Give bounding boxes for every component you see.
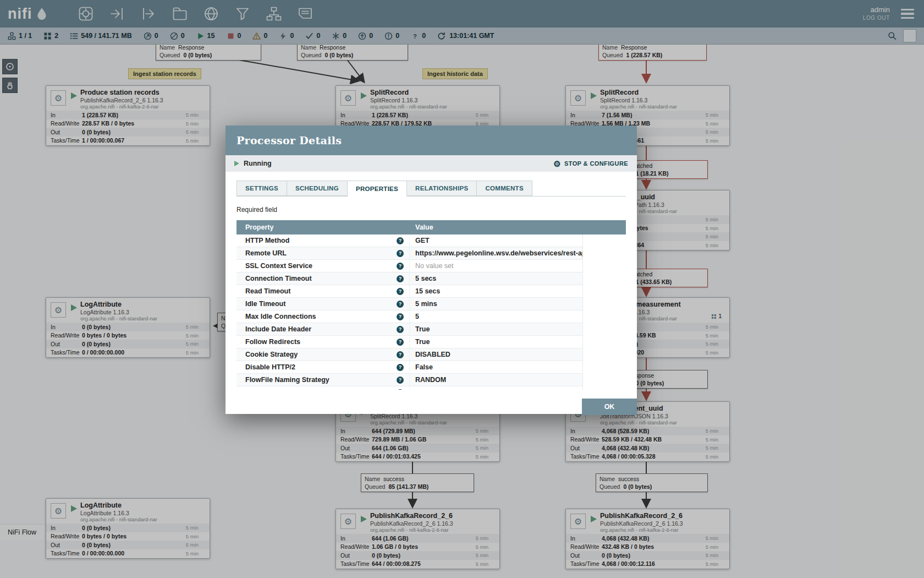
table-gutter — [583, 235, 626, 247]
help-icon[interactable]: ? — [397, 377, 404, 384]
table-gutter — [583, 348, 626, 361]
dialog-body: SETTINGSSCHEDULINGPROPERTIESRELATIONSHIP… — [226, 172, 637, 390]
property-name-cell: Include Date Header ? — [237, 323, 410, 336]
dialog-tabs: SETTINGSSCHEDULINGPROPERTIESRELATIONSHIP… — [237, 181, 626, 197]
property-name-cell: FlowFile Naming Strategy ? — [237, 374, 410, 386]
dialog-status-row: Running ⚙ STOP & CONFIGURE — [226, 155, 637, 172]
help-icon[interactable]: ? — [397, 288, 404, 295]
property-name-cell: SSL Context Service ? — [237, 260, 410, 272]
help-icon[interactable]: ? — [397, 364, 404, 371]
help-icon[interactable]: ? — [397, 313, 404, 320]
table-gutter — [583, 247, 626, 260]
properties-table: Property Value HTTP Method ? GET Remote … — [237, 220, 626, 390]
tab-relationships[interactable]: RELATIONSHIPS — [407, 181, 477, 196]
property-name-cell: Connection Timeout ? — [237, 272, 410, 285]
properties-table-header: Property Value — [237, 220, 626, 235]
value-column-header: Value — [410, 223, 433, 231]
table-gutter — [583, 374, 626, 386]
property-name-cell: Follow Redirects ? — [237, 336, 410, 348]
property-value-cell: 5 secs — [410, 272, 583, 285]
property-name-cell: Disable HTTP/2 ? — [237, 361, 410, 374]
property-row: FlowFile Naming Strategy ? RANDOM — [237, 374, 626, 386]
nifi-app: nifi admin LOG OUT 1 / 1 2 549 / 141.71 … — [0, 0, 924, 578]
property-row: Remote URL ? https://www.pegelonline.wsv… — [237, 247, 626, 260]
dialog-header: Processor Details — [226, 126, 637, 155]
property-value-cell: True — [410, 323, 583, 336]
property-row: Follow Redirects ? True — [237, 336, 626, 348]
property-name-cell: Remote URL ? — [237, 247, 410, 260]
property-value-cell: 5 mins — [410, 298, 583, 310]
property-value-cell: GET — [410, 235, 583, 247]
help-icon[interactable]: ? — [397, 326, 404, 333]
help-icon[interactable]: ? — [397, 250, 404, 257]
ok-button[interactable]: OK — [582, 399, 637, 415]
property-row: SSL Context Service ? No value set — [237, 260, 626, 272]
tab-scheduling[interactable]: SCHEDULING — [287, 181, 348, 196]
tab-properties[interactable]: PROPERTIES — [348, 181, 407, 197]
table-gutter — [583, 361, 626, 374]
table-gutter — [583, 260, 626, 272]
property-value-cell: DISABLED — [410, 348, 583, 361]
help-icon[interactable]: ? — [397, 351, 404, 358]
property-row: Max Idle Connections ? 5 — [237, 310, 626, 323]
help-icon[interactable]: ? — [397, 263, 404, 270]
property-row: Disable HTTP/2 ? False — [237, 361, 626, 374]
property-value-cell: True — [410, 336, 583, 348]
property-value-cell: 15 secs — [410, 285, 583, 298]
property-row: Connection Timeout ? 5 secs — [237, 272, 626, 285]
property-row: HTTP Method ? GET — [237, 235, 626, 247]
tab-settings[interactable]: SETTINGS — [237, 181, 287, 196]
dialog-title: Processor Details — [237, 134, 342, 146]
property-value-cell: No value set — [410, 260, 583, 272]
tab-comments[interactable]: COMMENTS — [477, 181, 532, 196]
required-field-note: Required field — [237, 206, 626, 214]
property-value-cell: False — [410, 361, 583, 374]
help-icon[interactable]: ? — [397, 339, 404, 346]
help-icon[interactable]: ? — [397, 301, 404, 308]
running-status-icon — [234, 161, 239, 166]
property-row: Cookie Strategy ? DISABLED — [237, 348, 626, 361]
property-row: Include Date Header ? True — [237, 323, 626, 336]
run-status-label: Running — [244, 160, 272, 167]
properties-table-body: HTTP Method ? GET Remote URL ? https://w… — [237, 235, 626, 390]
property-row: Idle Timeout ? 5 mins — [237, 298, 626, 310]
property-value-cell: RANDOM — [410, 374, 583, 386]
property-value-cell: https://www.pegelonline.wsv.de/webservic… — [410, 247, 583, 260]
property-row: Read Timeout ? 15 secs — [237, 285, 626, 298]
help-icon[interactable]: ? — [397, 275, 404, 282]
property-name-cell: Max Idle Connections ? — [237, 310, 410, 323]
property-name-cell: HTTP Method ? — [237, 235, 410, 247]
table-gutter — [583, 310, 626, 323]
table-gutter — [583, 272, 626, 285]
property-name-cell: Idle Timeout ? — [237, 298, 410, 310]
property-name-cell: Read Timeout ? — [237, 285, 410, 298]
property-column-header: Property — [237, 223, 410, 231]
property-name-cell: Cookie Strategy ? — [237, 348, 410, 361]
property-value-cell: 5 — [410, 310, 583, 323]
table-gutter — [583, 336, 626, 348]
stop-configure-icon: ⚙ — [553, 160, 561, 168]
help-icon[interactable]: ? — [397, 237, 404, 244]
dialog-footer: OK — [226, 390, 637, 415]
stop-and-configure-button[interactable]: ⚙ STOP & CONFIGURE — [553, 160, 628, 168]
table-gutter — [583, 323, 626, 336]
processor-details-dialog: Processor Details Running ⚙ STOP & CONFI… — [226, 126, 637, 414]
table-gutter — [583, 285, 626, 298]
table-gutter — [583, 298, 626, 310]
